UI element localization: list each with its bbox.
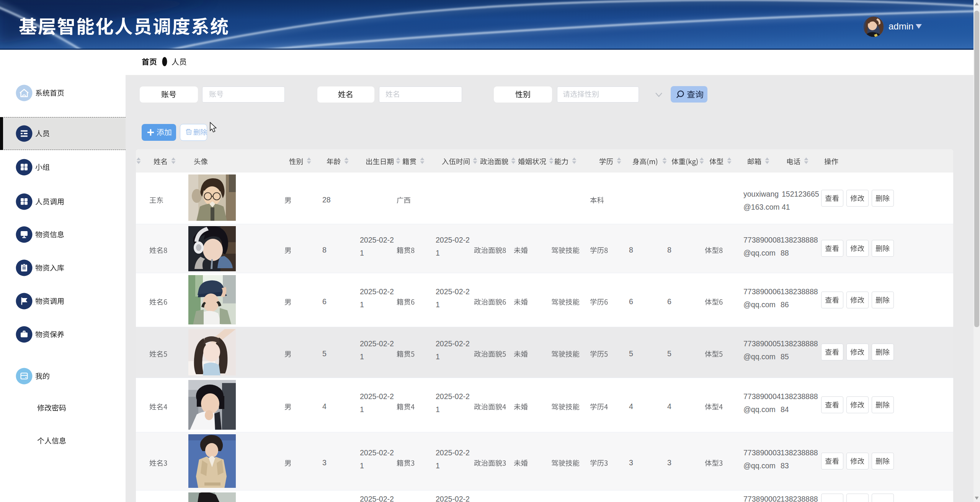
svg-text:6: 6 [322,297,327,306]
svg-text:2025-02-2: 2025-02-2 [436,287,470,296]
svg-text:83: 83 [781,461,789,470]
svg-text:773890003: 773890003 [743,448,781,457]
svg-text:1: 1 [360,300,364,309]
svg-text:773890004: 773890004 [743,392,781,401]
svg-text:138238888: 138238888 [781,448,818,457]
svg-text:8: 8 [629,246,633,254]
svg-text:2025-02-2: 2025-02-2 [360,495,394,502]
svg-text:1: 1 [436,405,440,414]
svg-text:1: 1 [436,461,440,470]
svg-text:2025-02-2: 2025-02-2 [436,236,470,244]
svg-text:1: 1 [436,300,440,309]
svg-text:1: 1 [360,405,364,414]
svg-text:1: 1 [360,249,364,257]
svg-text:2025-02-2: 2025-02-2 [436,448,470,457]
svg-text:138238888: 138238888 [781,495,818,502]
svg-text:@163.com: @163.com [743,203,780,211]
svg-text:41: 41 [782,203,790,211]
svg-text:@qq.com: @qq.com [743,405,776,414]
svg-text:@qq.com: @qq.com [743,461,776,470]
svg-text:5: 5 [322,349,327,358]
svg-text:4: 4 [322,402,327,411]
svg-text:3: 3 [667,458,671,467]
svg-text:773890002: 773890002 [743,495,781,502]
svg-text:2025-02-2: 2025-02-2 [360,392,394,401]
svg-text:138238888: 138238888 [781,392,818,401]
svg-text:773890005: 773890005 [743,339,781,348]
svg-text:8: 8 [322,246,327,254]
svg-text:138238888: 138238888 [781,236,818,244]
svg-text:84: 84 [781,405,789,414]
svg-text:@qq.com: @qq.com [743,352,776,361]
svg-text:2025-02-2: 2025-02-2 [436,392,470,401]
svg-text:88: 88 [781,249,789,257]
svg-text:1: 1 [436,352,440,361]
svg-text:28: 28 [322,196,331,204]
svg-text:86: 86 [781,300,789,309]
svg-text:773890006: 773890006 [743,287,781,296]
svg-text:6: 6 [667,297,671,306]
svg-text:1: 1 [436,249,440,257]
svg-text:152123665: 152123665 [782,190,819,198]
svg-text:4: 4 [629,402,633,411]
svg-text:2025-02-2: 2025-02-2 [360,287,394,296]
svg-text:2025-02-2: 2025-02-2 [360,236,394,244]
svg-text:2025-02-2: 2025-02-2 [360,339,394,348]
svg-text:5: 5 [667,349,671,358]
svg-text:4: 4 [667,402,671,411]
svg-text:3: 3 [629,458,633,467]
svg-text:3: 3 [322,458,327,467]
svg-text:2025-02-2: 2025-02-2 [436,495,470,502]
svg-text:6: 6 [629,297,633,306]
svg-text:138238888: 138238888 [781,287,818,296]
svg-text:@qq.com: @qq.com [743,300,776,309]
svg-text:2025-02-2: 2025-02-2 [436,339,470,348]
svg-text:85: 85 [781,352,789,361]
svg-text:1: 1 [360,461,364,470]
svg-text:773890008: 773890008 [743,236,781,244]
svg-text:youxiwang: youxiwang [743,190,779,198]
svg-text:2025-02-2: 2025-02-2 [360,448,394,457]
svg-text:138238888: 138238888 [781,339,818,348]
svg-text:5: 5 [629,349,633,358]
svg-text:1: 1 [360,352,364,361]
svg-text:admin: admin [889,21,913,31]
svg-text:@qq.com: @qq.com [743,249,776,257]
svg-text:8: 8 [667,246,671,254]
